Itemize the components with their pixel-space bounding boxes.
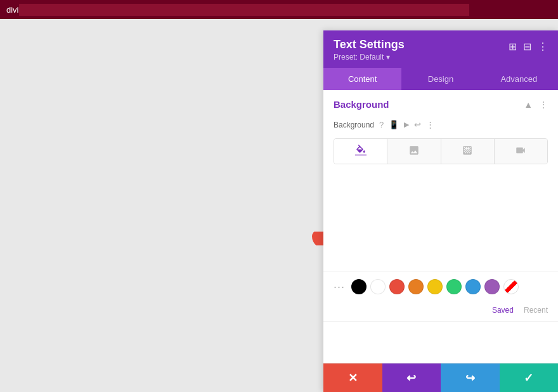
bg-label-row: Background ? 📱 ▶ ↩ ⋮ [323, 116, 558, 136]
collapse-icon[interactable]: ▲ [524, 100, 533, 110]
swatch-white[interactable] [370, 279, 386, 294]
bg-type-image[interactable] [387, 139, 441, 164]
swatch-yellow[interactable] [427, 279, 443, 294]
recent-tab[interactable]: Recent [524, 306, 548, 315]
bg-label: Background [334, 121, 374, 129]
swatch-transparent[interactable] [503, 279, 519, 294]
swatch-black[interactable] [351, 279, 367, 294]
saved-recent-row: Saved Recent [323, 302, 558, 321]
bg-undo-icon[interactable]: ↩ [414, 120, 421, 129]
swatch-more-icon[interactable]: ··· [334, 280, 345, 294]
panel-tabs: Content Design Advanced [323, 68, 558, 90]
background-section: Background ▲ ⋮ Background ? 📱 ▶ ↩ ⋮ [323, 90, 558, 322]
settings-panel: Text Settings Preset: Default ▾ ⊞ ⊟ ⋮ Co… [323, 30, 558, 392]
panel-title-block: Text Settings Preset: Default ▾ [334, 38, 405, 62]
bg-type-selector [334, 138, 548, 164]
layout-icon[interactable]: ⊟ [523, 41, 531, 53]
undo-button[interactable]: ↩ [382, 363, 441, 392]
color-swatches-area: ··· [323, 271, 558, 302]
redo-button[interactable]: ↪ [441, 363, 500, 392]
bg-more-icon[interactable]: ⋮ [426, 120, 434, 129]
swatch-purple[interactable] [484, 279, 500, 294]
swatches-row: ··· [334, 279, 548, 294]
panel-body: Background ▲ ⋮ Background ? 📱 ▶ ↩ ⋮ [323, 90, 558, 363]
panel-header: Text Settings Preset: Default ▾ ⊞ ⊟ ⋮ [323, 30, 558, 68]
tab-advanced[interactable]: Advanced [480, 68, 558, 90]
swatch-blue[interactable] [465, 279, 481, 294]
swatch-red[interactable] [389, 279, 405, 294]
bg-type-video[interactable] [495, 139, 547, 164]
panel-title: Text Settings [334, 38, 405, 51]
bg-type-color[interactable] [334, 139, 387, 164]
section-title: Background [334, 99, 389, 110]
section-header-icons: ▲ ⋮ [524, 100, 548, 110]
section-more-icon[interactable]: ⋮ [539, 100, 548, 110]
color-picker-area[interactable] [323, 169, 558, 271]
save-button[interactable]: ✓ [500, 363, 559, 392]
bg-help-icon[interactable]: ? [379, 120, 384, 129]
bg-device-icon[interactable]: 📱 [389, 120, 399, 129]
copy-icon[interactable]: ⊞ [509, 41, 517, 53]
more-icon[interactable]: ⋮ [538, 41, 548, 53]
tab-design[interactable]: Design [401, 68, 479, 90]
swatch-orange[interactable] [408, 279, 424, 294]
cancel-button[interactable]: ✕ [323, 363, 382, 392]
tab-content[interactable]: Content [323, 68, 401, 90]
bg-cursor-icon[interactable]: ▶ [404, 121, 409, 129]
top-bar: divi [0, 0, 558, 19]
section-header: Background ▲ ⋮ [323, 90, 558, 116]
panel-header-icons: ⊞ ⊟ ⋮ [509, 41, 548, 53]
saved-tab[interactable]: Saved [492, 306, 514, 315]
app-name: divi [6, 5, 19, 15]
swatch-green[interactable] [446, 279, 462, 294]
panel-preset[interactable]: Preset: Default ▾ [334, 53, 405, 62]
bg-type-gradient[interactable] [441, 139, 495, 164]
top-bar-input[interactable] [19, 4, 469, 16]
bottom-action-bar: ✕ ↩ ↪ ✓ [323, 363, 558, 392]
